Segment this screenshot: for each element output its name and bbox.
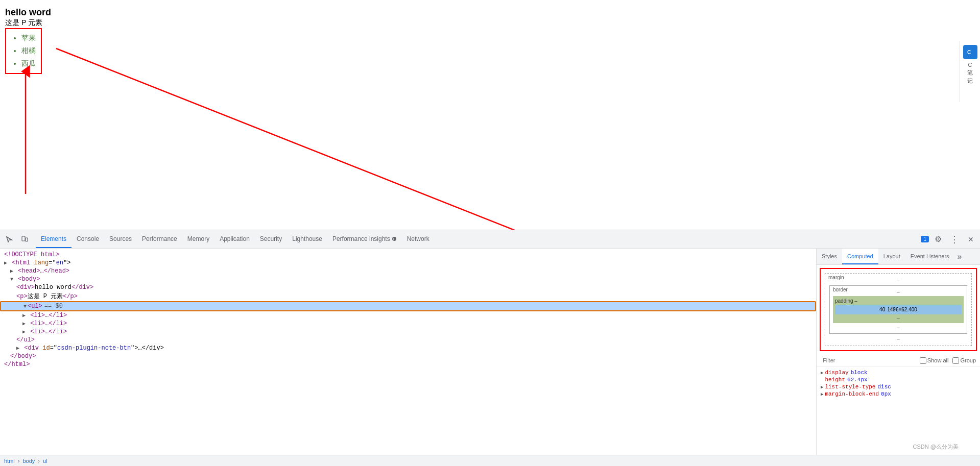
devtools-statusbar: html › body › ul CSDN @么分为美 xyxy=(0,455,980,466)
page-title: hello word xyxy=(5,7,51,18)
box-model-section: margin – border – padding – xyxy=(820,268,977,351)
css-prop-display[interactable]: ▶ display block xyxy=(817,369,980,376)
dom-line-doctype: <!DOCTYPE html> xyxy=(0,251,816,259)
svg-rect-6 xyxy=(22,236,25,241)
devtools-tabs: Elements Console Sources Performance Mem… xyxy=(36,230,921,248)
tab-elements[interactable]: Elements xyxy=(36,230,71,248)
dom-line-body-close: </body> xyxy=(0,352,816,360)
tab-security[interactable]: Security xyxy=(255,230,287,248)
dom-line-head[interactable]: ▶ <head>…</head> xyxy=(0,267,816,275)
devtools-settings-icon[interactable]: ⚙ xyxy=(931,232,945,247)
filter-input[interactable] xyxy=(821,356,920,364)
css-prop-height[interactable]: ▶ height 62.4px xyxy=(817,376,980,383)
devtools-icon-group xyxy=(2,232,32,247)
arrow-overlay xyxy=(0,0,980,230)
dom-line-ul[interactable]: ▼ <ul> == $0 xyxy=(0,301,816,311)
tab-network[interactable]: Network xyxy=(402,230,435,248)
dom-line-html[interactable]: ▶ <html lang="en"> xyxy=(0,259,816,267)
group-label[interactable]: Group xyxy=(952,357,976,364)
show-all-checkbox[interactable] xyxy=(920,357,926,364)
margin-value: – xyxy=(829,278,967,283)
content-left-value: 40 xyxy=(879,307,885,312)
tab-memory[interactable]: Memory xyxy=(182,230,214,248)
dom-line-li-1[interactable]: ▶ <li>…</li> xyxy=(0,311,816,320)
css-properties-list: ▶ display block ▶ height 62.4px ▶ list-s… xyxy=(817,367,980,455)
list-item-3: 西瓜 xyxy=(21,57,36,70)
show-all-label[interactable]: Show all xyxy=(920,357,949,364)
right-panel-tabs: Styles Computed Layout Event Listeners » xyxy=(817,249,980,265)
devtools-main: <!DOCTYPE html> ▶ <html lang="en"> ▶ <he… xyxy=(0,249,980,455)
dom-line-ul-close: </ul> xyxy=(0,336,816,344)
svg-rect-7 xyxy=(26,238,28,241)
dom-line-div[interactable]: <div>hello word</div> xyxy=(0,283,816,291)
csdn-icon: C xyxy=(963,45,977,59)
padding-label: padding – xyxy=(835,298,962,304)
devtools-panel: Elements Console Sources Performance Mem… xyxy=(0,230,980,466)
devtools-badge[interactable]: 1 xyxy=(921,236,929,242)
dom-panel[interactable]: <!DOCTYPE html> ▶ <html lang="en"> ▶ <he… xyxy=(0,249,817,455)
right-panel: Styles Computed Layout Event Listeners »… xyxy=(817,249,980,455)
page-paragraph: 这是 P 元素 xyxy=(5,18,42,28)
tab-performance-insights[interactable]: Performance insights i xyxy=(327,230,402,248)
dom-line-csdn-div[interactable]: ▶ <div id="csdn-plugin-note-btn">…</div> xyxy=(0,344,816,352)
svg-text:C: C xyxy=(967,50,971,55)
group-checkbox[interactable] xyxy=(952,357,959,364)
right-tab-computed[interactable]: Computed xyxy=(842,249,878,264)
devtools-more-icon[interactable]: ⋮ xyxy=(947,232,962,247)
tab-performance[interactable]: Performance xyxy=(137,230,182,248)
filter-section: Show all Group xyxy=(817,354,980,367)
dom-line-p[interactable]: <p>这是 P 元素</p> xyxy=(0,291,816,301)
list-item-2: 柑橘 xyxy=(21,44,36,57)
right-tab-layout[interactable]: Layout xyxy=(878,249,905,264)
breadcrumb-ul[interactable]: ul xyxy=(43,458,47,464)
page-list: 苹果 柑橘 西瓜 xyxy=(11,32,36,70)
content-dimensions: 1496×62.400 xyxy=(887,307,917,312)
csdn-label: C笔记 xyxy=(967,61,973,85)
border-bottom: – xyxy=(833,325,964,330)
devtools-toolbar: Elements Console Sources Performance Mem… xyxy=(0,230,980,249)
dom-line-li-3[interactable]: ▶ <li>…</li> xyxy=(0,328,816,336)
page-content: hello word 这是 P 元素 苹果 柑橘 西瓜 xyxy=(0,0,980,230)
devtools-close-icon[interactable]: ✕ xyxy=(964,232,978,247)
tab-sources[interactable]: Sources xyxy=(104,230,137,248)
svg-line-3 xyxy=(56,48,649,230)
page-list-box: 苹果 柑橘 西瓜 xyxy=(5,28,42,74)
csdn-panel: C C笔记 xyxy=(960,41,980,102)
right-tab-more[interactable]: » xyxy=(954,249,965,264)
tab-application[interactable]: Application xyxy=(214,230,255,248)
device-toolbar-icon[interactable] xyxy=(17,232,32,247)
right-tab-event-listeners[interactable]: Event Listeners xyxy=(905,249,954,264)
dom-line-li-2[interactable]: ▶ <li>…</li> xyxy=(0,320,816,328)
content-box: 40 1496×62.400 xyxy=(835,305,962,314)
breadcrumb-html[interactable]: html xyxy=(4,458,15,464)
css-prop-margin-block-end[interactable]: ▶ margin-block-end 0px xyxy=(817,390,980,398)
border-label: border xyxy=(833,287,848,292)
tab-console[interactable]: Console xyxy=(71,230,104,248)
tab-lighthouse[interactable]: Lighthouse xyxy=(287,230,327,248)
margin-bottom: – xyxy=(829,336,967,341)
border-value: – xyxy=(833,289,964,295)
breadcrumb-body[interactable]: body xyxy=(22,458,35,464)
dom-line-html-close: </html> xyxy=(0,360,816,369)
list-item-1: 苹果 xyxy=(21,32,36,44)
filter-checkboxes: Show all Group xyxy=(920,357,976,364)
css-prop-list-style-type[interactable]: ▶ list-style-type disc xyxy=(817,383,980,390)
csdn-watermark: CSDN @么分为美 xyxy=(913,443,959,451)
devtools-toolbar-right: 1 ⚙ ⋮ ✕ xyxy=(921,232,978,247)
margin-label: margin xyxy=(828,275,844,280)
cursor-icon[interactable] xyxy=(2,232,16,247)
padding-bottom: – xyxy=(835,315,962,321)
dom-line-body[interactable]: ▼ <body> xyxy=(0,275,816,283)
right-tab-styles[interactable]: Styles xyxy=(817,249,842,264)
